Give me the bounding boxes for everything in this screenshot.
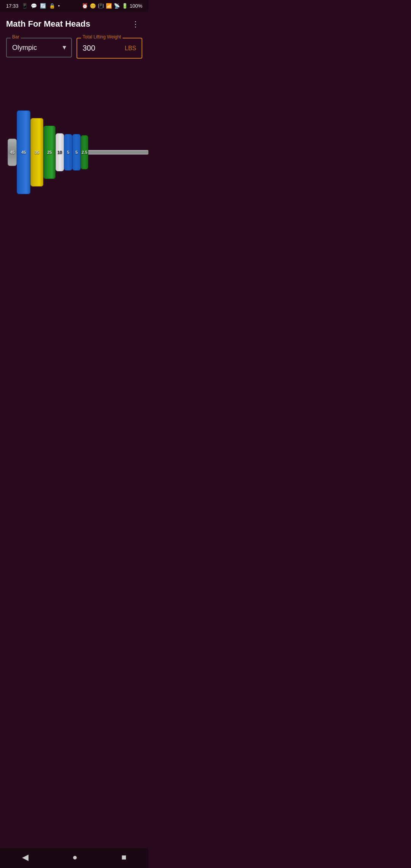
app-header: Math For Meat Heads ⋮ [0,12,148,35]
plates-area: 45 45 35 25 10 5 5 2.5 [8,110,88,194]
vpn-icon: 🔒 [49,3,55,9]
plate-2-5-green: 2.5 [81,135,88,169]
barbell-visualization: 45 45 35 25 10 5 5 2.5 [0,69,148,236]
bar-label: Bar [11,34,21,40]
status-bar: 17:33 📱 💬 🔄 🔒 • ⏰ 😊 📳 📶 📡 🔋 100% [0,0,148,12]
app-title: Math For Meat Heads [6,19,90,29]
weight-wrapper: Total Lifting Weight LBS [76,38,142,59]
weight-unit: LBS [123,45,142,52]
battery-icon: 🔋 [122,3,128,9]
time-display: 17:33 [6,3,19,9]
status-left: 17:33 📱 💬 🔄 🔒 • [6,3,60,9]
plate-5-blue-1: 5 [64,134,72,171]
whatsapp-icon: 💬 [31,3,37,9]
sync-icon: 🔄 [40,3,46,9]
controls-row: Bar Olympic Standard EZ Curl Safety Squa… [0,35,148,65]
face-icon: 😊 [90,3,96,9]
wifi-icon: 📶 [106,3,112,9]
plate-45-blue: 45 [17,110,30,194]
weight-input[interactable] [77,38,123,58]
collar-plate: 45 [8,139,17,166]
alarm-icon: ⏰ [82,3,88,9]
plate-5-blue-2: 5 [72,134,81,171]
weight-label: Total Lifting Weight [81,34,123,40]
weight-input-wrapper: LBS [76,38,142,59]
plate-25-green: 25 [43,126,56,179]
vibrate-icon: 📳 [98,3,104,9]
bar-select[interactable]: Olympic Standard EZ Curl Safety Squat [6,38,72,57]
battery-percent: 100% [130,3,142,9]
plate-35-yellow: 35 [30,118,43,187]
bar-selector-wrapper: Bar Olympic Standard EZ Curl Safety Squa… [6,38,72,59]
phone-icon: 📱 [22,3,28,9]
more-menu-button[interactable]: ⋮ [129,18,142,30]
status-right: ⏰ 😊 📳 📶 📡 🔋 100% [82,3,142,9]
dot-icon: • [58,3,60,9]
signal-icon: 📡 [114,3,120,9]
plate-10-white: 10 [56,133,64,171]
